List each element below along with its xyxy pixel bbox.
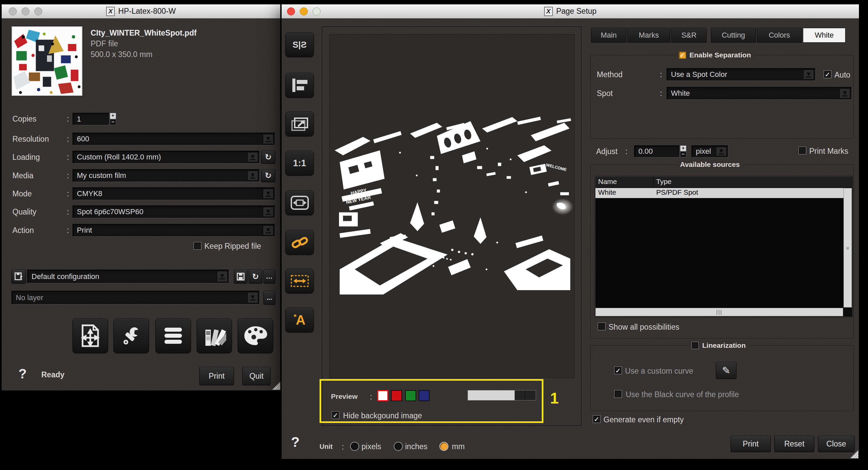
printer-window: X HP-Latex-800-W bbox=[1, 4, 281, 391]
copies-stepper[interactable]: +− bbox=[110, 113, 116, 125]
loading-dropdown[interactable]: Custom (Roll 1402.0 mm) ▼ bbox=[72, 151, 260, 163]
generate-checkbox[interactable]: ✓ bbox=[593, 415, 600, 423]
loading-refresh-button[interactable]: ↻ bbox=[261, 151, 275, 163]
adjust-input[interactable]: 0.00 bbox=[634, 145, 680, 157]
printer-window-title: HP-Latex-800-W bbox=[118, 7, 176, 16]
unit-pixels-radio[interactable] bbox=[350, 442, 359, 451]
tab-marks[interactable]: Marks bbox=[627, 28, 670, 43]
help-icon[interactable]: ? bbox=[19, 366, 27, 381]
page-setup-titlebar[interactable]: X Page Setup bbox=[282, 4, 859, 19]
tile-button[interactable] bbox=[285, 269, 314, 293]
resolution-dropdown[interactable]: 600 ▼ bbox=[72, 133, 275, 145]
dropdown-arrow-icon: ▼ bbox=[247, 292, 258, 303]
keep-ripped-checkbox[interactable] bbox=[194, 242, 202, 250]
annotation-button[interactable]: * A bbox=[285, 308, 314, 332]
action-dropdown[interactable]: Print ▼ bbox=[72, 224, 275, 237]
align-button[interactable] bbox=[285, 73, 314, 98]
spot-dropdown[interactable]: White ▼ bbox=[666, 87, 852, 100]
linearization-legend: Linearization bbox=[702, 341, 746, 349]
print-marks-checkbox[interactable] bbox=[799, 147, 806, 154]
sources-table-header[interactable]: Name Type bbox=[595, 177, 852, 188]
reload-config-button[interactable]: ↻ bbox=[249, 270, 262, 283]
show-all-checkbox[interactable] bbox=[598, 323, 606, 330]
media-label: Media bbox=[12, 171, 34, 180]
scrollbar-corner bbox=[843, 308, 852, 316]
settings-button[interactable] bbox=[114, 318, 149, 353]
list-icon bbox=[163, 326, 183, 345]
pencil-icon: ✎ bbox=[722, 365, 731, 376]
copies-label: Copies bbox=[12, 115, 37, 124]
layer-more-button[interactable]: ... bbox=[264, 291, 275, 305]
mode-dropdown[interactable]: CMYK8 ▼ bbox=[72, 187, 275, 200]
copies-input[interactable]: 1 bbox=[72, 113, 110, 125]
mirror-button[interactable]: S|Ƨ bbox=[285, 32, 314, 57]
config-more-button[interactable]: ... bbox=[264, 270, 275, 283]
generate-label: Generate even if empty bbox=[603, 415, 684, 424]
page-setup-button[interactable] bbox=[72, 318, 108, 353]
print-marks-label: Print Marks bbox=[809, 147, 848, 156]
rotate-button[interactable] bbox=[285, 112, 314, 136]
close-button[interactable]: Close bbox=[818, 436, 855, 452]
config-dropdown[interactable]: Default configuration ▼ bbox=[27, 270, 229, 283]
method-dropdown[interactable]: Use a Spot Color ▼ bbox=[666, 68, 816, 81]
config-action-button[interactable] bbox=[11, 270, 26, 283]
table-row-white[interactable]: White PS/PDF Spot bbox=[595, 188, 843, 198]
page-setup-title: Page Setup bbox=[556, 7, 596, 16]
show-all-label: Show all possibilities bbox=[609, 323, 679, 332]
dropdown-arrow-icon: ▼ bbox=[839, 88, 850, 98]
actual-size-button[interactable]: 1:1 bbox=[285, 151, 314, 176]
preview-page[interactable]: HAPPY NEW YEAR WELCOME THIS CITY bbox=[329, 34, 575, 378]
help-icon[interactable]: ? bbox=[291, 434, 300, 450]
unit-mm-radio[interactable] bbox=[439, 442, 448, 451]
link-button[interactable] bbox=[285, 230, 314, 255]
print-button[interactable]: Print bbox=[731, 436, 771, 452]
reset-button[interactable]: Reset bbox=[774, 436, 814, 452]
horizontal-scrollbar[interactable]: ||| bbox=[595, 308, 843, 316]
tab-colors[interactable]: Colors bbox=[757, 28, 802, 43]
color-settings-button[interactable] bbox=[238, 318, 273, 353]
black-curve-checkbox[interactable] bbox=[614, 390, 622, 398]
linearization-checkbox[interactable] bbox=[691, 342, 699, 349]
colon: : bbox=[342, 442, 344, 451]
layer-dropdown[interactable]: No layer ▼ bbox=[11, 291, 260, 305]
media-refresh-button[interactable]: ↻ bbox=[261, 169, 275, 182]
vertical-scrollbar[interactable]: ≡ bbox=[843, 188, 852, 308]
one-to-one-icon: 1:1 bbox=[293, 158, 306, 168]
save-config-icon bbox=[14, 272, 24, 281]
keep-ripped-label: Keep Ripped file bbox=[205, 242, 261, 251]
action-label: Action bbox=[12, 226, 34, 235]
adjust-unit-dropdown[interactable]: pixel ▼ bbox=[691, 145, 728, 157]
file-type: PDF file bbox=[91, 39, 118, 48]
printer-window-titlebar[interactable]: X HP-Latex-800-W bbox=[2, 4, 280, 19]
colon: : bbox=[660, 89, 662, 98]
tab-sr[interactable]: S&R bbox=[671, 28, 707, 43]
quit-button[interactable]: Quit bbox=[242, 367, 271, 385]
tab-cutting[interactable]: Cutting bbox=[711, 28, 756, 43]
quality-dropdown[interactable]: Spot 6p6c70WSP60 ▼ bbox=[72, 206, 275, 218]
enable-separation-checkbox[interactable]: ✓ bbox=[679, 51, 686, 59]
sources-table[interactable]: Name Type White PS/PDF Spot ≡ ||| bbox=[595, 176, 852, 317]
tab-white[interactable]: White bbox=[803, 28, 845, 43]
media-dropdown[interactable]: My custom film ▼ bbox=[72, 169, 260, 182]
tab-main[interactable]: Main bbox=[591, 28, 626, 43]
svg-text:WELCOME: WELCOME bbox=[546, 162, 567, 172]
save-config-button[interactable] bbox=[234, 270, 247, 283]
job-list-button[interactable] bbox=[155, 318, 191, 353]
colon: : bbox=[67, 189, 69, 198]
check-icon: ✓ bbox=[615, 367, 621, 375]
print-button[interactable]: Print bbox=[199, 367, 234, 385]
adjust-stepper[interactable]: +− bbox=[680, 145, 686, 157]
unit-inches-radio[interactable] bbox=[394, 442, 403, 451]
method-label: Method bbox=[597, 70, 623, 79]
edit-curve-button[interactable]: ✎ bbox=[716, 362, 737, 379]
status-text: Ready bbox=[41, 370, 64, 379]
annotation-highlight-box bbox=[319, 379, 544, 423]
resize-grip[interactable] bbox=[272, 382, 280, 390]
annotation-number: 1 bbox=[550, 389, 559, 407]
auto-checkbox[interactable]: ✓ bbox=[824, 70, 831, 78]
colon: : bbox=[67, 153, 69, 162]
fit-page-button[interactable] bbox=[285, 190, 314, 215]
custom-curve-checkbox[interactable]: ✓ bbox=[614, 367, 622, 374]
dropdown-arrow-icon: ▼ bbox=[217, 271, 227, 282]
swatchbook-button[interactable] bbox=[197, 318, 232, 353]
